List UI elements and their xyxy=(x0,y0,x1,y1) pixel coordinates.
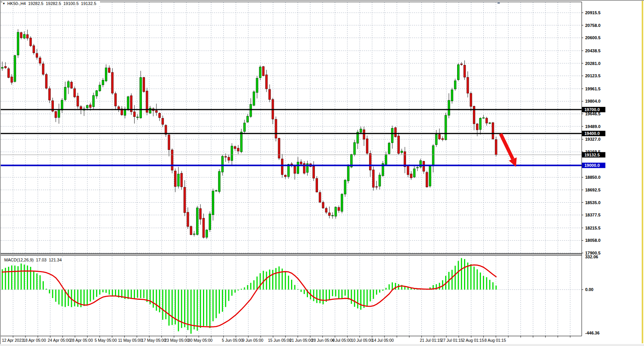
candle-body-up xyxy=(127,97,129,109)
time-axis-label: 27 Jul 01:15 xyxy=(441,338,463,343)
candle-body-up xyxy=(458,65,459,80)
candle-body-down xyxy=(328,213,330,216)
candle-body-up xyxy=(435,135,437,145)
candle-body-down xyxy=(39,58,41,63)
time-axis-label: 30 May 05:00 xyxy=(188,338,213,343)
price-chart-canvas[interactable]: 20915.520758.020600.520438.520281.020123… xyxy=(0,0,644,346)
candle-body-down xyxy=(439,135,441,139)
candle-body-up xyxy=(140,78,141,118)
hline-price-box-label: 19700.0 xyxy=(584,107,600,112)
time-axis-label: 4 Jul 05:00 xyxy=(332,338,352,343)
time-axis-label: 21 Jul 01:15 xyxy=(420,338,442,343)
candle-body-up xyxy=(247,116,249,122)
candle-body-down xyxy=(407,166,409,175)
price-axis-label: 20281.0 xyxy=(585,61,601,66)
time-axis-label: 28 Jun 05:00 xyxy=(311,338,335,343)
candle-body-up xyxy=(64,87,66,100)
candle-body-down xyxy=(55,111,57,118)
price-axis-label: 18058.0 xyxy=(585,238,601,243)
symbol-timeframe-label: HK50-,H4 xyxy=(7,1,26,6)
candle-body-down xyxy=(5,67,7,68)
candle-body-up xyxy=(385,155,387,164)
candle-body-down xyxy=(184,187,186,213)
candle-body-up xyxy=(419,161,421,167)
mt4-chart-window: 20915.520758.020600.520438.520281.020123… xyxy=(0,0,644,346)
candle-body-up xyxy=(212,191,214,215)
candle-body-up xyxy=(479,118,481,130)
candle-body-down xyxy=(325,208,327,212)
candle-body-down xyxy=(369,153,371,170)
candle-body-up xyxy=(451,90,453,101)
candle-body-up xyxy=(17,32,19,55)
price-axis-label: 20123.5 xyxy=(585,73,601,78)
macd-name: MACD(12,26,9) xyxy=(4,258,33,262)
candle-body-up xyxy=(243,123,245,131)
price-axis-label: 18215.5 xyxy=(585,226,601,230)
candle-body-up xyxy=(149,108,151,113)
candle-body-up xyxy=(344,180,346,194)
candle-body-down xyxy=(74,89,76,97)
candle-body-up xyxy=(221,156,223,172)
price-axis-label: 19327.0 xyxy=(585,137,601,141)
ohlc-open: 19282.5 xyxy=(28,1,43,6)
candle-body-down xyxy=(159,113,161,118)
candle-body-up xyxy=(99,85,101,91)
candle-body-down xyxy=(234,146,236,148)
price-axis-label: 18377.5 xyxy=(585,213,601,217)
candle-body-down xyxy=(36,53,38,57)
time-axis-label: 15 Jun 05:00 xyxy=(268,338,291,343)
chart-title-bar: ▼HK50-,H419282.519282.519100.519132.5 xyxy=(2,1,100,6)
time-axis-label: 14 Jul 05:00 xyxy=(372,338,394,343)
price-axis-label: 19961.5 xyxy=(585,86,601,91)
candle-body-up xyxy=(391,128,393,143)
candle-body-up xyxy=(2,67,3,68)
candle-body-up xyxy=(102,80,104,85)
candle-body-up xyxy=(231,146,233,161)
hline-price-box-label: 19132.5 xyxy=(584,153,600,157)
time-axis-label: 21 Jun 05:00 xyxy=(290,338,313,343)
time-axis-label: 9 Jun 05:00 xyxy=(242,338,263,343)
macd-signal-value: 121.34 xyxy=(49,258,62,262)
time-axis-label: 18 Apr 05:00 xyxy=(23,338,46,343)
candle-body-down xyxy=(228,157,230,160)
candle-body-down xyxy=(492,123,494,139)
candle-body-up xyxy=(178,174,180,186)
time-axis-label: 8 Aug 01:15 xyxy=(484,338,506,343)
time-axis-label: 28 Apr 05:00 xyxy=(70,338,93,343)
candle-body-down xyxy=(111,72,113,93)
candles-layer xyxy=(2,29,497,239)
red-down-arrow-annotation[interactable] xyxy=(501,134,517,167)
ohlc-low: 19100.5 xyxy=(63,1,79,6)
chart-dropdown-icon[interactable]: ▼ xyxy=(2,2,5,5)
candle-body-down xyxy=(262,67,264,76)
candle-body-up xyxy=(93,95,95,106)
candle-body-up xyxy=(240,132,242,152)
time-axis-label: 23 May 05:00 xyxy=(165,338,189,343)
candle-body-down xyxy=(464,65,466,77)
candle-body-down xyxy=(30,38,32,46)
candle-body-down xyxy=(373,170,374,187)
candle-body-up xyxy=(331,215,333,216)
candle-body-down xyxy=(143,78,145,92)
candle-body-up xyxy=(253,92,255,105)
candle-body-up xyxy=(218,171,220,191)
candle-body-down xyxy=(467,77,469,93)
candle-body-up xyxy=(347,166,349,181)
candle-body-up xyxy=(96,91,98,96)
candle-body-down xyxy=(108,68,110,73)
candle-body-up xyxy=(61,100,63,110)
candle-body-down xyxy=(71,82,73,88)
candle-body-down xyxy=(203,218,205,238)
candle-body-up xyxy=(136,117,138,118)
candle-body-up xyxy=(445,115,447,140)
candle-body-down xyxy=(294,166,296,173)
candle-body-down xyxy=(45,75,47,88)
candle-body-down xyxy=(20,33,22,38)
candle-body-up xyxy=(215,191,217,191)
macd-indicator-label: MACD(12,26,9)17.03121.34 xyxy=(3,258,65,262)
candle-body-down xyxy=(155,110,157,112)
candle-body-down xyxy=(300,162,302,164)
time-axis-label: 10 Jul 05:00 xyxy=(351,338,373,343)
candle-body-up xyxy=(483,118,484,118)
candle-body-up xyxy=(196,208,198,235)
